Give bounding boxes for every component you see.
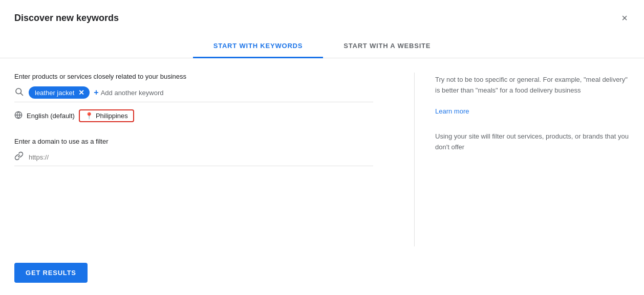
left-panel: Enter products or services closely relat… [14,73,394,246]
modal-footer: GET RESULTS [0,257,644,295]
language-location-row: English (default) 📍 Philippines [14,109,373,122]
keyword-section-label: Enter products or services closely relat… [14,73,373,80]
close-button[interactable]: × [619,10,630,26]
chip-close-button[interactable]: ✕ [77,88,85,97]
search-icon [14,87,24,98]
add-keyword-placeholder[interactable]: + Add another keyword [94,88,163,97]
domain-section-label: Enter a domain to use as a filter [14,138,373,145]
location-chip[interactable]: 📍 Philippines [79,109,134,122]
link-icon [14,151,24,163]
modal-title: Discover new keywords [14,13,119,24]
tabs-container: START WITH KEYWORDS START WITH A WEBSITE [0,34,644,58]
domain-hint-text: Using your site will filter out services… [435,129,630,153]
globe-icon [14,111,23,121]
right-hint-domain: Using your site will filter out services… [435,129,630,153]
add-keyword-text: Add another keyword [101,89,164,97]
get-results-button[interactable]: GET RESULTS [14,263,88,283]
tab-start-with-website[interactable]: START WITH A WEBSITE [323,35,451,58]
keyword-input-row: leather jacket ✕ + Add another keyword [14,86,373,102]
chip-label: leather jacket [35,89,74,97]
domain-input-row [14,151,373,166]
domain-section: Enter a domain to use as a filter [14,138,373,166]
vertical-divider [414,73,415,246]
location-label: Philippines [96,112,128,120]
location-pin-icon: 📍 [85,112,93,120]
modal-header: Discover new keywords × [0,0,644,26]
plus-icon: + [94,88,98,97]
domain-input[interactable] [29,153,213,161]
right-hint-keywords: Try not to be too specific or general. F… [435,75,630,117]
tab-start-with-keywords[interactable]: START WITH KEYWORDS [193,35,324,58]
svg-line-1 [20,93,23,95]
discover-keywords-modal: Discover new keywords × START WITH KEYWO… [0,0,644,295]
right-panel: Try not to be too specific or general. F… [435,73,630,246]
keyword-chip: leather jacket ✕ [29,86,90,99]
learn-more-link[interactable]: Learn more [435,107,469,115]
language-label: English (default) [27,112,75,120]
keywords-hint-text: Try not to be too specific or general. F… [435,75,630,96]
modal-body: Enter products or services closely relat… [0,58,644,257]
